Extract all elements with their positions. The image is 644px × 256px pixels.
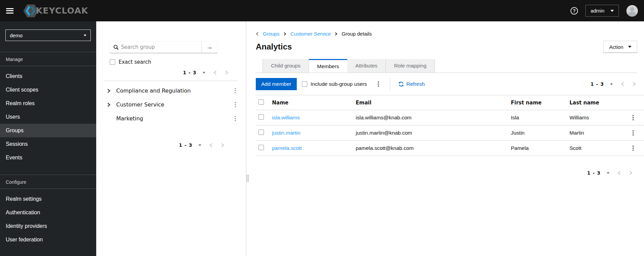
nav-section-configure: Configure	[0, 175, 96, 189]
breadcrumb-current: Group details	[341, 31, 372, 37]
nav-toggle-icon[interactable]	[6, 8, 14, 14]
column-header-name[interactable]: Name	[269, 95, 353, 110]
group-link[interactable]: Marketing	[116, 115, 143, 122]
breadcrumb-separator-icon	[284, 32, 286, 36]
tab-role-mapping[interactable]: Role mapping	[386, 59, 435, 73]
row-checkbox[interactable]	[258, 114, 264, 120]
row-checkbox[interactable]	[258, 130, 264, 135]
table-row: justin.martin justin.martin@knab.com Jus…	[256, 125, 644, 141]
column-header-last-name: Last name	[567, 95, 628, 110]
breadcrumb: Groups Customer Service Group details	[256, 31, 637, 37]
search-submit-button[interactable]: →	[202, 41, 217, 53]
user-dropdown[interactable]: admin	[585, 5, 619, 17]
tab-attributes[interactable]: Attributes	[347, 59, 386, 73]
breadcrumb-link-groups[interactable]: Groups	[263, 31, 279, 37]
member-name-link[interactable]: isla.williams	[272, 115, 300, 120]
pagination-range[interactable]: 1 - 3	[587, 170, 601, 176]
sidebar-item-user-federation[interactable]: User federation	[0, 233, 96, 247]
chevron-down-icon[interactable]	[203, 72, 205, 74]
next-page-icon[interactable]	[221, 143, 224, 147]
kebab-menu-icon[interactable]	[376, 80, 381, 88]
select-all-checkbox[interactable]	[258, 99, 264, 105]
expand-chevron-icon[interactable]	[106, 88, 112, 93]
member-first-name: Isla	[508, 110, 567, 125]
pagination-range[interactable]: 1 - 3	[183, 70, 196, 75]
chevron-down-icon[interactable]	[610, 83, 613, 85]
sidebar-item-authentication[interactable]: Authentication	[0, 206, 96, 219]
column-header-first-name: First name	[508, 95, 567, 110]
member-name-link[interactable]: justin.martin	[272, 130, 300, 136]
member-last-name: Martin	[567, 125, 628, 141]
sidebar-item-users[interactable]: Users	[0, 110, 96, 124]
sidebar-item-realm-roles[interactable]: Realm roles	[0, 97, 96, 110]
chevron-down-icon[interactable]	[607, 172, 609, 174]
brand-text: KEYCLOAK	[36, 6, 88, 16]
group-tree-row: Customer Service	[96, 98, 246, 112]
refresh-label: Refresh	[407, 81, 425, 87]
kebab-menu-icon[interactable]	[233, 87, 238, 95]
user-dropdown-label: admin	[590, 8, 604, 14]
member-first-name: Pamela	[508, 141, 567, 156]
prev-page-icon[interactable]	[213, 70, 217, 75]
chevron-down-icon	[628, 46, 631, 48]
refresh-link[interactable]: Refresh	[398, 81, 425, 87]
next-page-icon[interactable]	[225, 70, 228, 75]
search-group-input[interactable]	[121, 44, 198, 50]
sidebar-item-sessions[interactable]: Sessions	[0, 137, 96, 151]
row-checkbox[interactable]	[258, 145, 264, 150]
sidebar-item-client-scopes[interactable]: Client scopes	[0, 83, 96, 97]
group-tree-panel: → Exact search 1 - 3 Compliance and Regu…	[96, 21, 246, 256]
help-icon[interactable]: ?	[570, 7, 578, 15]
next-page-icon[interactable]	[629, 171, 632, 175]
sidebar-item-clients[interactable]: Clients	[0, 70, 96, 83]
tab-members[interactable]: Members	[309, 59, 347, 73]
prev-page-icon[interactable]	[621, 82, 624, 86]
kebab-menu-icon[interactable]	[233, 115, 238, 123]
add-member-button[interactable]: Add member	[256, 78, 297, 90]
expand-chevron-icon[interactable]	[106, 102, 112, 107]
divider	[390, 78, 390, 90]
sidebar-item-groups[interactable]: Groups	[0, 124, 96, 137]
kebab-menu-icon[interactable]	[630, 114, 641, 122]
group-link[interactable]: Customer Service	[116, 101, 164, 108]
group-tabs: Child groups Members Attributes Role map…	[256, 59, 637, 73]
kebab-menu-icon[interactable]	[630, 129, 641, 137]
breadcrumb-back-icon[interactable]	[256, 32, 259, 36]
table-header-row: Name Email First name Last name	[256, 95, 644, 110]
include-subgroups-checkbox[interactable]	[302, 81, 307, 87]
chevron-down-icon[interactable]	[199, 144, 201, 146]
tab-child-groups[interactable]: Child groups	[263, 59, 309, 73]
group-tree-row: Compliance and Regulation	[96, 84, 246, 98]
nav-section-manage: Manage	[0, 52, 96, 66]
breadcrumb-link-customer-service[interactable]: Customer Service	[290, 31, 331, 37]
breadcrumb-separator-icon	[335, 32, 337, 36]
kebab-menu-icon[interactable]	[233, 101, 238, 109]
member-email: justin.martin@knab.com	[353, 125, 508, 141]
group-details-pane: Groups Customer Service Group details An…	[249, 21, 644, 256]
exact-search-checkbox[interactable]	[110, 59, 115, 65]
panel-resize-handle[interactable]	[246, 21, 249, 256]
column-header-email: Email	[353, 95, 508, 110]
pagination-range[interactable]: 1 - 3	[590, 81, 604, 87]
action-dropdown-button[interactable]: Action	[603, 41, 637, 53]
group-link[interactable]: Compliance and Regulation	[116, 87, 191, 94]
next-page-icon[interactable]	[632, 82, 636, 86]
realm-selector[interactable]: demo	[5, 29, 91, 41]
sidebar-item-identity-providers[interactable]: Identity providers	[0, 219, 96, 233]
sidebar: demo Manage Clients Client scopes Realm …	[0, 21, 96, 256]
members-pagination-bottom: 1 - 3	[587, 170, 632, 176]
sidebar-item-events[interactable]: Events	[0, 151, 96, 164]
sidebar-item-realm-settings[interactable]: Realm settings	[0, 192, 96, 206]
refresh-icon	[398, 81, 404, 87]
keycloak-logo: KEYCLOAK	[23, 4, 88, 18]
chevron-down-icon	[84, 35, 86, 36]
prev-page-icon[interactable]	[209, 143, 213, 147]
prev-page-icon[interactable]	[618, 171, 621, 175]
search-icon	[113, 45, 119, 50]
chevron-down-icon	[610, 10, 614, 12]
members-table: Name Email First name Last name isla.wil…	[256, 95, 644, 156]
member-name-link[interactable]: pamela.scott	[272, 145, 302, 151]
avatar[interactable]	[626, 5, 638, 17]
kebab-menu-icon[interactable]	[630, 144, 641, 152]
pagination-range[interactable]: 1 - 3	[179, 142, 192, 148]
